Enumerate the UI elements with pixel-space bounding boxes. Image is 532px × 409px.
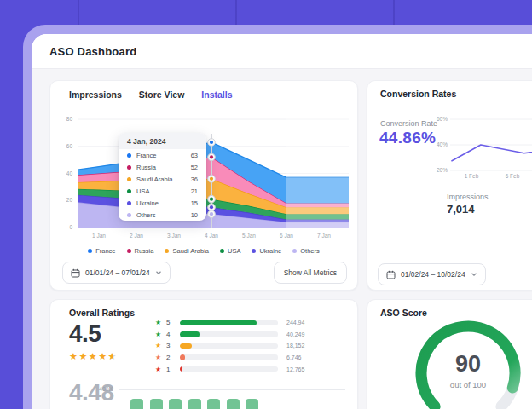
star-icon: ★ [155,342,166,349]
rating-row-value: 18,152 [286,343,304,349]
tooltip-series-name: Ukraine [136,199,186,207]
rating-bar-fill [180,343,192,349]
tooltip-row: USA21 [119,185,206,197]
series-dot-icon [127,177,131,181]
series-dot-icon [127,189,131,193]
legend-dot-icon [165,249,169,253]
window-header: ASO Dashboard [32,34,532,69]
mini-bar [169,399,182,409]
aso-score-value: 90 [408,351,528,377]
tooltip-row: Ukraine15 [119,197,206,209]
star-icon: ★ [89,351,98,362]
tooltip-series-name: France [136,152,186,159]
tooltip-series-value: 36 [191,176,198,183]
date-range-label: 01/01/24 – 07/01/24 [85,268,150,277]
legend-dot-icon [220,249,224,253]
mini-chart-axis-label: 400K [99,386,113,392]
rating-row-value: 12,765 [286,366,304,372]
rating-row: ★26,746 [155,352,349,364]
date-range-picker[interactable]: 01/01/24 – 07/01/24 [62,262,171,284]
rating-row-value: 244,94 [286,320,304,325]
rating-bar-track [180,331,278,337]
tooltip-row: Russia52 [119,161,206,173]
legend-item-others[interactable]: Others [292,247,320,255]
series-dot-icon [127,153,131,158]
mini-bar [188,399,201,409]
y-tick-label: 40 [55,170,72,176]
star-icon: ★ [155,319,166,326]
page-title: ASO Dashboard [49,45,136,58]
tooltip-date: 4 Jan, 2024 [119,133,206,149]
conversion-line-chart[interactable] [450,115,532,176]
x-tick-label: 5 Jan [232,233,266,239]
rating-bar-track [180,354,278,360]
calendar-icon [386,270,396,279]
mini-bar [227,399,240,409]
rating-row: ★112,765 [155,363,349,375]
chevron-down-icon [471,271,477,278]
card-title: Conversion Rates [380,89,456,99]
date-range-picker[interactable]: 01/02/24 – 10/02/24 [378,263,486,285]
marker-dot-russia [208,153,216,161]
star-icon: ★ [69,351,78,362]
tooltip-series-name: Saudi Arabia [136,176,186,183]
series-dot-icon [127,213,131,217]
tooltip-series-name: USA [136,187,186,195]
chart-tooltip: 4 Jan, 2024 France63Russia52Saudi Arabia… [119,133,206,221]
half-star-fill: ★ [108,351,113,362]
tab-impressions[interactable]: Impressions [69,89,122,100]
legend-item-ukraine[interactable]: Ukraine [252,247,281,255]
tooltip-series-value: 15 [191,199,198,207]
card-title: Overall Ratings [69,308,135,318]
installs-card-tabs: ImpressionsStore ViewInstalls [69,89,233,100]
tooltip-row: Others10 [119,209,206,221]
legend-item-russia[interactable]: Russia [127,247,154,255]
rating-row-stars: 1 [166,366,175,373]
impressions-label: Impressions [447,193,489,201]
tooltip-row: France63 [119,149,206,161]
chevron-down-icon [155,269,162,276]
rating-row: ★440,249 [155,329,349,341]
legend-label: USA [228,247,240,255]
tooltip-series-value: 10 [191,211,198,219]
x-tick-label: 4 Jan [194,233,228,239]
tab-installs[interactable]: Installs [201,89,232,100]
rating-row-stars: 5 [166,319,175,326]
x-tick-label: 6 Feb [500,173,525,179]
tooltip-series-value: 21 [191,187,198,195]
legend-label: Others [300,247,320,255]
y-tick-label: 40% [427,141,448,147]
legend-item-france[interactable]: France [88,247,115,255]
x-tick-label: 6 Jan [269,233,304,239]
mini-bar [246,399,258,409]
rating-bar-fill [180,331,200,337]
rating-row-value: 40,249 [286,331,304,337]
marker-dot-france [208,139,216,147]
mini-bar [130,399,143,409]
legend-dot-icon [292,249,297,253]
star-icon: ★ [78,351,88,362]
tab-store-view[interactable]: Store View [139,89,185,100]
rating-row-stars: 3 [166,342,175,349]
show-all-metrics-button[interactable]: Show All Metrics [274,262,347,284]
rating-row: ★5244,94 [155,317,349,329]
marker-dot-others [208,210,216,218]
rating-row-value: 6,746 [286,354,302,360]
legend-dot-icon [252,249,256,253]
legend-item-usa[interactable]: USA [220,247,240,255]
tooltip-series-value: 52 [191,164,198,171]
rating-bar-fill [180,320,257,326]
legend-item-saudi-arabia[interactable]: Saudi Arabia [165,247,209,255]
ratings-mini-bar-chart [130,399,258,409]
y-tick-label: 60% [427,116,448,122]
average-rating-stars: ★★★★★★ [69,351,118,362]
rating-bar-fill [180,354,185,360]
date-range-label: 01/02/24 – 10/02/24 [401,270,466,279]
marker-dot-saudi-arabia [208,176,216,183]
y-tick-label: 20% [427,167,448,173]
series-dot-icon [127,201,131,205]
tooltip-rows: France63Russia52Saudi Arabia36USA21Ukrai… [119,149,206,221]
rating-bar-track [180,320,278,326]
x-tick-label: 2 Jan [119,233,153,239]
average-rating-value: 4.5 [69,320,101,348]
